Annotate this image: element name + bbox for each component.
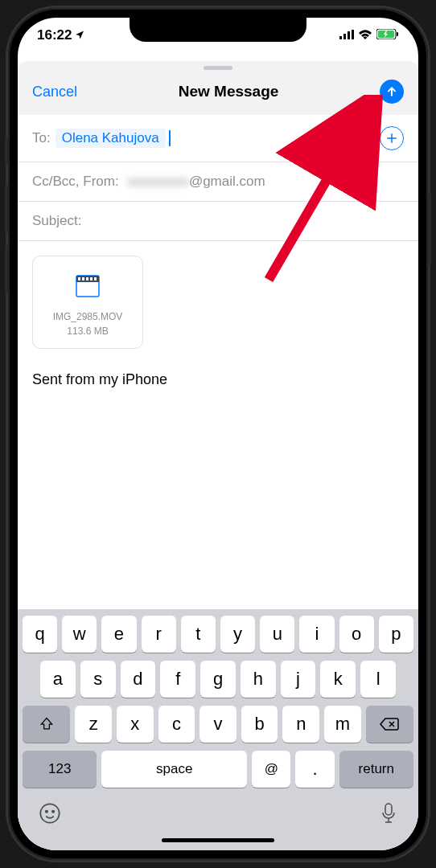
svg-rect-18 (385, 804, 392, 815)
key-r[interactable]: r (142, 616, 176, 653)
svg-point-16 (46, 811, 47, 813)
return-key[interactable]: return (339, 751, 413, 788)
svg-rect-11 (86, 277, 88, 280)
svg-rect-10 (82, 277, 84, 280)
key-b[interactable]: b (241, 706, 278, 743)
email-signature[interactable]: Sent from my iPhone (18, 363, 418, 396)
keyboard-row-4: 123 space @ . return (23, 751, 413, 788)
numbers-key[interactable]: 123 (23, 751, 97, 788)
svg-point-17 (52, 811, 54, 813)
svg-rect-1 (343, 34, 346, 39)
svg-rect-5 (397, 32, 398, 36)
shift-key[interactable] (23, 706, 70, 743)
cc-bcc-field[interactable]: Cc/Bcc, From: xxxxxxxxx@gmail.com (18, 162, 418, 202)
compose-modal: Cancel New Message To: Olena Kahujova Cc… (18, 61, 418, 850)
email-suffix: @gmail.com (189, 174, 265, 189)
keyboard-row-2: a s d f g h j k l (23, 661, 413, 698)
key-z[interactable]: z (75, 706, 112, 743)
key-l[interactable]: l (360, 661, 396, 698)
key-j[interactable]: j (281, 661, 316, 698)
key-u[interactable]: u (260, 616, 294, 653)
attachment-filename: IMG_2985.MOV (53, 311, 123, 322)
key-a[interactable]: a (40, 661, 76, 698)
cc-label: Cc/Bcc, From: (32, 174, 119, 190)
battery-icon (376, 27, 399, 43)
notch (130, 18, 306, 42)
svg-rect-3 (352, 30, 354, 39)
send-button[interactable] (380, 80, 404, 104)
key-d[interactable]: d (121, 661, 156, 698)
dictation-button[interactable] (380, 802, 397, 830)
key-h[interactable]: h (241, 661, 276, 698)
key-p[interactable]: p (379, 616, 413, 653)
recipient-token[interactable]: Olena Kahujova (56, 129, 166, 148)
to-field[interactable]: To: Olena Kahujova (18, 115, 418, 162)
key-q[interactable]: q (23, 616, 57, 653)
signal-icon (339, 27, 354, 43)
status-time: 16:22 (37, 27, 72, 43)
key-k[interactable]: k (320, 661, 356, 698)
at-key[interactable]: @ (252, 751, 290, 788)
key-s[interactable]: s (80, 661, 116, 698)
spacebar[interactable]: space (101, 751, 247, 788)
keyboard-row-1: q w e r t y u i o p (23, 616, 413, 653)
key-o[interactable]: o (339, 616, 374, 653)
subject-label: Subject: (32, 213, 81, 229)
backspace-key[interactable] (366, 706, 413, 743)
redacted-email-user: xxxxxxxxx (127, 174, 189, 189)
key-c[interactable]: c (158, 706, 195, 743)
key-e[interactable]: e (101, 616, 136, 653)
key-t[interactable]: t (181, 616, 216, 653)
location-icon (75, 30, 84, 42)
attachment-card[interactable]: IMG_2985.MOV 113.6 MB (32, 256, 143, 349)
svg-rect-12 (90, 277, 93, 280)
key-y[interactable]: y (220, 616, 255, 653)
video-file-icon (72, 269, 104, 301)
key-g[interactable]: g (200, 661, 236, 698)
to-label: To: (32, 130, 51, 146)
key-v[interactable]: v (199, 706, 237, 743)
emoji-button[interactable] (39, 802, 61, 830)
key-x[interactable]: x (117, 706, 154, 743)
dot-key[interactable]: . (295, 751, 334, 788)
keyboard: q w e r t y u i o p a s d f g h (18, 609, 418, 850)
wifi-icon (358, 27, 372, 43)
svg-rect-0 (339, 36, 342, 39)
key-i[interactable]: i (299, 616, 334, 653)
add-contact-button[interactable] (380, 126, 404, 150)
keyboard-row-3: z x c v b n m (23, 706, 413, 743)
cancel-button[interactable]: Cancel (32, 84, 77, 100)
svg-rect-2 (348, 31, 350, 39)
key-n[interactable]: n (282, 706, 319, 743)
key-f[interactable]: f (160, 661, 195, 698)
subject-field[interactable]: Subject: (18, 202, 418, 241)
home-indicator[interactable] (162, 838, 274, 842)
attachment-size: 113.6 MB (67, 326, 108, 337)
key-w[interactable]: w (62, 616, 97, 653)
key-m[interactable]: m (324, 706, 361, 743)
svg-rect-13 (94, 277, 97, 280)
text-cursor (169, 130, 171, 146)
svg-rect-9 (78, 277, 80, 280)
modal-title: New Message (179, 83, 279, 100)
svg-point-15 (40, 804, 59, 822)
